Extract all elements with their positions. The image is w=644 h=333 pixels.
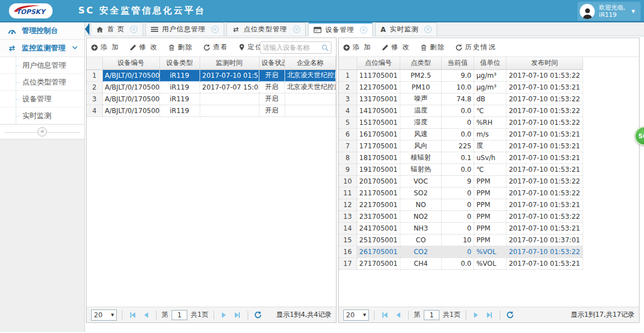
first-page-button[interactable] (127, 310, 138, 320)
table-cell: A/BJLT/0/1705001 (102, 69, 159, 81)
table-cell: PPM (474, 199, 506, 210)
close-icon[interactable]: × (360, 26, 367, 34)
sidebar-item-monitor-mgmt[interactable]: 监控监测管理 (0, 40, 84, 57)
sidebar: 管理控制台 监控监测管理 用户信息管理 点位类型管理 设备管理 实时监测 « (0, 22, 85, 332)
table-row[interactable]: 5151705001湿度0%RH2017-07-10 01:53:22 (339, 116, 583, 128)
table-row[interactable]: 10201705001VOC9PPM2017-07-10 01:53:22 (339, 175, 583, 187)
table-cell: 0.0 (442, 128, 474, 140)
column-header[interactable]: 设备状态 (259, 57, 285, 69)
table-cell: 9.0 (442, 69, 474, 81)
close-icon[interactable]: × (211, 26, 219, 33)
close-icon[interactable]: × (130, 26, 138, 33)
table-row[interactable]: 3131705001噪声74.8dB2017-07-10 01:53:22 (339, 93, 583, 105)
table-cell: 221705001 (357, 199, 400, 210)
sidebar-item-console[interactable]: 管理控制台 (0, 22, 84, 40)
page-size-select[interactable]: 20▼ (91, 309, 117, 321)
table-row[interactable]: 7171705001风向225度2017-07-10 01:53:21 (339, 140, 583, 152)
column-header[interactable]: 设备类型 (159, 57, 200, 69)
table-cell: uSv/h (474, 152, 506, 163)
sidebar-item-device-mgmt[interactable]: 设备管理 (0, 91, 84, 107)
table-row[interactable]: 11211705001SO20PPM2017-07-10 01:53:22 (339, 187, 583, 199)
table-row[interactable]: 14241705001NH30PPM2017-07-10 01:53:21 (339, 222, 583, 234)
table-cell: 2017-07-10 01:37:01 (506, 234, 583, 246)
table-cell: PPM (474, 222, 506, 234)
history-button[interactable]: 历史情况 (456, 43, 496, 52)
column-header[interactable]: 设备编号 (102, 57, 159, 69)
view-button[interactable]: 查看 (203, 43, 229, 52)
table-cell: %VOL (474, 257, 506, 269)
table-row[interactable]: 4141705001温度0.0℃2017-07-10 01:53:22 (339, 105, 583, 116)
column-header[interactable]: 当前值 (442, 57, 474, 69)
table-row[interactable]: 8181705001核辐射0.1uSv/h2017-07-10 01:53:21 (339, 152, 583, 163)
table-cell: CO (400, 234, 442, 246)
add-button[interactable]: 添 加 (91, 43, 120, 52)
device-search-input[interactable] (261, 44, 321, 51)
tab-device-mgmt[interactable]: 设备管理 × (308, 22, 373, 36)
point-table: 点位编号点类型当前值值单位发布时间1111705001PM2.59.0μg/m³… (339, 57, 639, 307)
sidebar-item-user-info[interactable]: 用户信息管理 (0, 57, 84, 74)
table-row[interactable]: 16261705001CO20%VOL2017-07-10 01:53:22 (339, 246, 583, 257)
refresh-icon[interactable] (505, 310, 515, 320)
next-page-button[interactable] (471, 310, 481, 320)
tab-point-type[interactable]: 点位类型管理 × (226, 22, 306, 36)
device-table: 设备编号设备类型监测时间设备状态企业名称1A/BJLT/0/1705001iR1… (87, 57, 336, 307)
tab-realtime[interactable]: A 实时监测 × (375, 22, 437, 36)
table-cell: 湿度 (400, 116, 442, 128)
row-index: 5 (339, 116, 357, 128)
column-header[interactable]: 点类型 (400, 57, 442, 69)
first-page-button[interactable] (380, 310, 390, 320)
table-row[interactable]: 1111705001PM2.59.0μg/m³2017-07-10 01:53:… (339, 69, 583, 81)
device-icon (314, 27, 321, 33)
table-row[interactable]: 9191705001辐射热0.0℃2017-07-10 01:53:21 (339, 163, 583, 175)
collapse-arrow-icon[interactable] (85, 23, 89, 35)
table-row[interactable]: 12221705001NO0PPM2017-07-10 01:53:21 (339, 199, 583, 210)
last-page-button[interactable] (485, 310, 495, 320)
page-number-input[interactable] (172, 310, 187, 320)
table-row[interactable]: 2A/BJLT/0/1705002iR1192017-07-07 15:03:0… (87, 81, 336, 93)
row-index: 16 (339, 246, 357, 257)
table-cell: 261705001 (357, 246, 400, 257)
close-icon[interactable]: × (293, 26, 300, 33)
table-cell: NH3 (400, 222, 442, 234)
table-row[interactable]: 17271705001CH40.0%VOL2017-07-10 01:53:21 (339, 257, 583, 269)
close-icon[interactable]: × (424, 26, 432, 33)
column-header[interactable]: 监测时间 (200, 57, 259, 69)
search-icon[interactable] (321, 44, 329, 51)
edit-button[interactable]: 修 改 (130, 43, 158, 52)
user-menu[interactable]: 欢迎光临, iR119 ▼ (577, 2, 641, 21)
edit-button[interactable]: 修 改 (382, 43, 410, 52)
tab-home[interactable]: 首 页 × (91, 22, 143, 36)
table-cell: PPM (474, 210, 506, 222)
table-cell: 10 (442, 234, 474, 246)
table-row[interactable]: 1A/BJLT/0/1705001iR1192017-07-10 01:53:2… (87, 69, 336, 81)
next-page-button[interactable] (219, 310, 229, 320)
table-row[interactable]: 2121705001PM1010.0μg/m³2017-07-10 01:53:… (339, 81, 583, 93)
sidebar-item-realtime[interactable]: 实时监测 (0, 107, 84, 124)
delete-button[interactable]: 删除 (420, 43, 446, 52)
tab-user-info[interactable]: 用户信息管理 × (145, 22, 224, 36)
column-header[interactable]: 企业名称 (285, 57, 336, 69)
prev-page-button[interactable] (393, 310, 403, 320)
delete-button[interactable]: 删除 (168, 43, 193, 52)
table-row[interactable]: 3A/BJLT/0/1705003iR119开启 (87, 93, 336, 105)
page-number-input[interactable] (424, 310, 439, 320)
table-cell: 2017-07-10 01:53:22 (506, 210, 583, 222)
table-cell: 噪声 (400, 93, 442, 105)
prev-page-button[interactable] (141, 310, 151, 320)
table-cell: iR119 (159, 69, 200, 81)
column-header[interactable]: 值单位 (474, 57, 506, 69)
table-row[interactable]: 6161705001风速0.0m/s2017-07-10 01:53:21 (339, 128, 583, 140)
column-header[interactable]: 点位编号 (357, 57, 400, 69)
page-size-select[interactable]: 20▼ (343, 309, 369, 321)
table-row[interactable]: 13231705001NO20PPM2017-07-10 01:53:22 (339, 210, 583, 222)
last-page-button[interactable] (233, 310, 243, 320)
table-cell: 0.0 (442, 257, 474, 269)
row-index: 15 (339, 234, 357, 246)
refresh-icon[interactable] (253, 310, 263, 320)
table-row[interactable]: 4A/BJLT/0/1705004iR119开启 (87, 105, 336, 116)
table-row[interactable]: 15251705001CO10PPM2017-07-10 01:37:01 (339, 234, 583, 246)
sidebar-collapse-button[interactable]: « (37, 127, 47, 137)
sidebar-item-point-type[interactable]: 点位类型管理 (0, 74, 84, 91)
column-header[interactable]: 发布时间 (506, 57, 583, 69)
add-button[interactable]: 添 加 (343, 43, 372, 52)
